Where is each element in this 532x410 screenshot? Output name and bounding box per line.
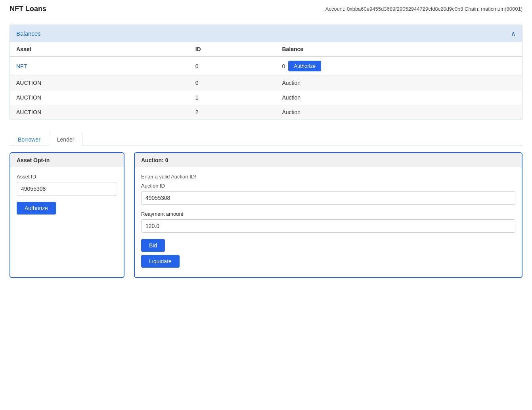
table-row: AUCTION2Auction (10, 105, 522, 120)
cell-balance: Auction (276, 105, 522, 120)
cell-asset: AUCTION (10, 105, 189, 120)
auction-card-header: Auction: 0 (135, 153, 522, 167)
col-header-id: ID (189, 42, 276, 57)
tab-lender[interactable]: Lender (49, 133, 83, 146)
account-info: Account: 0xbba60e9455d3689f29052944729cf… (325, 6, 522, 12)
tab-borrower[interactable]: Borrower (10, 133, 49, 146)
asset-optin-card-header: Asset Opt-in (10, 153, 124, 167)
cell-id: 2 (189, 105, 276, 120)
cell-id: 0 (189, 76, 276, 90)
cell-asset: AUCTION (10, 90, 189, 105)
asset-optin-card-body: Asset ID Authorize (10, 167, 124, 224)
app-title: NFT Loans (10, 5, 46, 13)
auction-note-group: Enter a valid Auction ID! Auction ID (141, 174, 515, 205)
auction-id-input[interactable] (141, 191, 515, 205)
asset-id-input[interactable] (17, 182, 117, 195)
asset-id-label: Asset ID (17, 174, 117, 180)
col-header-balance: Balance (276, 42, 522, 57)
cell-asset: AUCTION (10, 76, 189, 90)
repayment-input[interactable] (141, 219, 515, 233)
bid-button[interactable]: Bid (141, 239, 165, 252)
auction-id-label: Auction ID (141, 183, 515, 189)
table-row: AUCTION0Auction (10, 76, 522, 90)
auction-card-body: Enter a valid Auction ID! Auction ID Rea… (135, 167, 522, 277)
col-header-asset: Asset (10, 42, 189, 57)
table-row: AUCTION1Auction (10, 90, 522, 105)
tabs-section: Borrower Lender Asset Opt-in Asset ID Au… (10, 133, 522, 278)
cell-id: 1 (189, 90, 276, 105)
balance-value: 0 (282, 63, 285, 69)
cell-balance: Auction (276, 90, 522, 105)
auction-card: Auction: 0 Enter a valid Auction ID! Auc… (134, 152, 522, 278)
auction-actions: Bid Liquidate (141, 239, 515, 271)
cell-id: 0 (189, 57, 276, 76)
cell-balance: 0Authorize (276, 57, 522, 76)
repayment-label: Reayment amount (141, 211, 515, 217)
balances-title: Balances (16, 30, 41, 37)
cell-asset: NFT (10, 57, 189, 76)
table-authorize-button[interactable]: Authorize (288, 61, 321, 71)
balances-header: Balances ∧ (10, 25, 522, 42)
collapse-icon[interactable]: ∧ (511, 30, 516, 37)
tabs-nav: Borrower Lender (10, 133, 522, 146)
balance-table: Asset ID Balance NFT00AuthorizeAUCTION0A… (10, 42, 522, 120)
auction-note: Enter a valid Auction ID! (141, 174, 515, 180)
borrower-tab-content: Asset Opt-in Asset ID Authorize Auction:… (10, 146, 522, 278)
liquidate-button[interactable]: Liquidate (141, 255, 180, 268)
balances-section: Balances ∧ Asset ID Balance NFT00Authori… (10, 25, 522, 120)
cell-balance: Auction (276, 76, 522, 90)
asset-authorize-button[interactable]: Authorize (17, 202, 56, 215)
repayment-field-group: Reayment amount (141, 211, 515, 233)
nft-asset-link[interactable]: NFT (16, 63, 27, 69)
app-header: NFT Loans Account: 0xbba60e9455d3689f290… (0, 0, 532, 18)
asset-id-field-group: Asset ID (17, 174, 117, 195)
asset-optin-card: Asset Opt-in Asset ID Authorize (10, 152, 124, 278)
table-row: NFT00Authorize (10, 57, 522, 76)
